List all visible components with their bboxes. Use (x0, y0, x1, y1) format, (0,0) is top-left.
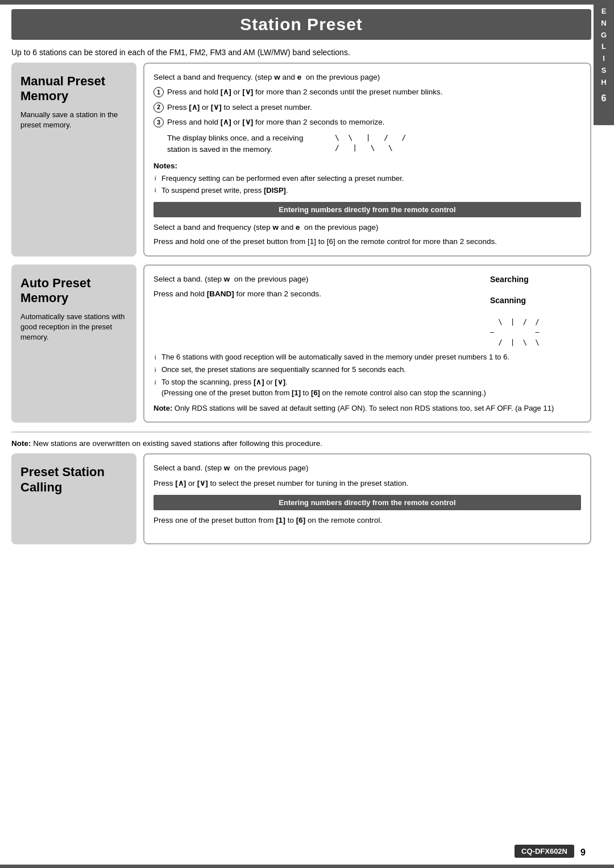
manual-step1: 1 Press and hold [∧] or [∨] for more tha… (154, 86, 581, 98)
manual-step2: 2 Press [∧] or [∨] to select a preset nu… (154, 102, 581, 113)
display-text2: station is saved in the memory. (167, 144, 303, 155)
auto-note-text: Only RDS stations will be saved at defau… (172, 404, 554, 412)
scan-left-col: Select a band. (step w on the previous p… (154, 274, 484, 348)
bottom-bar (0, 865, 614, 868)
auto-preset-section: Auto Preset Memory Automatically save st… (11, 264, 591, 423)
scan-top: Select a band. (step w on the previous p… (154, 274, 581, 348)
step3-circle: 3 (154, 117, 164, 127)
page-title-bar: Station Preset (11, 9, 591, 40)
side-letter-h: H (601, 77, 606, 89)
remote-bar-manual: Entering numbers directly from the remot… (154, 202, 581, 218)
side-letter-l: L (601, 41, 606, 53)
scanning-group: Scanning \ | / / — — / | \ \ (490, 295, 581, 348)
calling-heading: Preset Station Calling (20, 465, 127, 495)
notes-section: Notes: Frequency setting can be performe… (154, 160, 581, 196)
side-number: 6 (601, 93, 607, 104)
manual-preset-heading: Manual Preset Memory (20, 74, 127, 104)
manual-preset-right-box: Select a band and frequency. (step w and… (143, 63, 591, 257)
preset-calling-section: Preset Station Calling Select a band. (s… (11, 453, 591, 544)
auto-step0: Select a band. (step w on the previous p… (154, 274, 484, 285)
display-graphic: \ \ | / / / | \ \ (326, 133, 406, 156)
auto-note-bold: Note: (154, 404, 172, 412)
notes-title: Notes: (154, 162, 177, 170)
calling-step1: Press [∧] or [∨] to select the preset nu… (154, 478, 581, 489)
remote-text2: Press and hold one of the preset button … (154, 236, 581, 247)
display-text1: The display blinks once, and a receiving (167, 133, 303, 144)
step1-circle: 1 (154, 87, 164, 97)
side-letter-i: I (603, 53, 605, 65)
scanning-label: Scanning (490, 296, 526, 305)
scan-right-col: Searching Scanning \ | / / — — / | \ \ (490, 274, 581, 348)
searching-label: Searching (490, 274, 581, 286)
calling-remote-text: Press one of the preset button from [1] … (154, 515, 581, 526)
page-title: Station Preset (23, 15, 580, 34)
calling-right-box: Select a band. (step w on the previous p… (143, 453, 591, 544)
manual-step0: Select a band and frequency. (step w and… (154, 72, 581, 83)
display-graphic-row: The display blinks once, and a receiving… (167, 133, 581, 156)
content-area: Manual Preset Memory Manually save a sta… (11, 63, 591, 544)
manual-preset-description: Manually save a station in the preset me… (20, 110, 127, 130)
bottom-note: Note: New stations are overwritten on ex… (11, 439, 591, 448)
manual-preset-section: Manual Preset Memory Manually save a sta… (11, 63, 591, 257)
auto-bullet1: The 6 stations with good reception will … (154, 352, 581, 362)
intro-text: Up to 6 stations can be stored in each o… (11, 48, 591, 57)
remote-bar-calling: Entering numbers directly from the remot… (154, 495, 581, 511)
auto-note: Note: Only RDS stations will be saved at… (154, 403, 581, 414)
auto-preset-left-box: Auto Preset Memory Automatically save st… (11, 264, 136, 423)
side-letter-s: S (601, 65, 607, 77)
auto-step1: Press and hold [BAND] for more than 2 se… (154, 288, 484, 300)
auto-preset-heading: Auto Preset Memory (20, 276, 127, 306)
bottom-note-text: New stations are overwritten on existing… (31, 439, 323, 448)
bottom-note-bold: Note: (11, 439, 31, 448)
step2-circle: 2 (154, 102, 164, 113)
side-letter-e: E (601, 6, 607, 18)
auto-bullet3: To stop the scanning, press [∧] or [∨]. … (154, 377, 581, 398)
manual-step3: 3 Press and hold [∧] or [∨] for more tha… (154, 117, 581, 128)
remote-text1: Select a band and frequency (step w and … (154, 222, 581, 233)
calling-step0: Select a band. (step w on the previous p… (154, 462, 581, 474)
side-tab: E N G L I S H 6 (594, 0, 614, 125)
side-letter-g: G (601, 30, 607, 42)
note2: To suspend preset write, press [DISP]. (154, 185, 581, 196)
manual-preset-left-box: Manual Preset Memory Manually save a sta… (11, 63, 136, 257)
page-number: 9 (580, 848, 586, 858)
note1: Frequency setting can be performed even … (154, 173, 581, 184)
model-number: CQ-DFX602N (515, 845, 574, 858)
top-bar (0, 0, 614, 5)
auto-preset-right-box: Select a band. (step w on the previous p… (143, 264, 591, 423)
section-separator (11, 432, 591, 432)
scan-graphic: \ | / / — — / | \ \ (490, 307, 581, 348)
auto-bullet2: Once set, the preset stations are sequen… (154, 365, 581, 375)
auto-preset-description: Automatically save stations with good re… (20, 312, 127, 343)
calling-left-box: Preset Station Calling (11, 453, 136, 544)
gap1 (11, 257, 591, 264)
side-letter-n: N (601, 18, 606, 30)
